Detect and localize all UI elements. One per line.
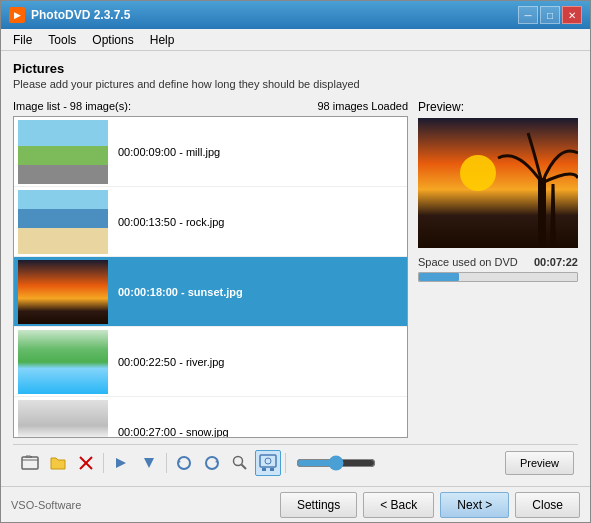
add-files-button[interactable] <box>17 450 43 476</box>
image-list-header: Image list - 98 image(s): 98 images Load… <box>13 100 408 112</box>
preview-label: Preview: <box>418 100 578 114</box>
section-description: Please add your pictures and define how … <box>13 78 578 90</box>
svg-line-10 <box>242 464 247 469</box>
svg-rect-12 <box>262 468 266 471</box>
list-item-label: 00:00:18:00 - sunset.jpg <box>118 286 243 298</box>
list-item-label: 00:00:09:00 - mill.jpg <box>118 146 220 158</box>
dvd-progress-bar <box>418 272 578 282</box>
menu-help[interactable]: Help <box>142 31 183 49</box>
image-list-label: Image list - 98 image(s): <box>13 100 131 112</box>
preview-panel: Preview: Spac <box>418 100 578 438</box>
menu-tools[interactable]: Tools <box>40 31 84 49</box>
next-button[interactable]: Next > <box>440 492 509 518</box>
window-title: PhotoDVD 2.3.7.5 <box>31 8 518 22</box>
window-controls: ─ □ ✕ <box>518 6 582 24</box>
toolbar: Preview <box>13 444 578 480</box>
minimize-button[interactable]: ─ <box>518 6 538 24</box>
svg-rect-1 <box>538 178 546 248</box>
svg-rect-13 <box>270 468 274 471</box>
bottom-buttons: Settings < Back Next > Close <box>280 492 580 518</box>
list-item[interactable]: 00:00:13:50 - rock.jpg <box>14 187 407 257</box>
menu-bar: File Tools Options Help <box>1 29 590 51</box>
preview-button[interactable]: Preview <box>505 451 574 475</box>
image-list-panel: Image list - 98 image(s): 98 images Load… <box>13 100 408 438</box>
open-folder-button[interactable] <box>45 450 71 476</box>
bottom-bar: VSO-Software Settings < Back Next > Clos… <box>1 486 590 522</box>
image-list-scroll[interactable]: 00:00:09:00 - mill.jpg 00:00:13:50 - roc… <box>14 117 407 437</box>
toolbar-right: Preview <box>505 451 574 475</box>
section-title: Pictures <box>13 61 578 76</box>
thumbnail-rock <box>18 190 108 254</box>
close-button[interactable]: Close <box>515 492 580 518</box>
dvd-progress-fill <box>419 273 459 281</box>
svg-marker-5 <box>116 458 126 468</box>
list-item[interactable]: 00:00:22:50 - river.jpg <box>14 327 407 397</box>
svg-rect-2 <box>22 457 38 469</box>
zoom-button[interactable] <box>227 450 253 476</box>
thumbnail-sunset <box>18 260 108 324</box>
separator <box>166 453 167 473</box>
remove-button[interactable] <box>73 450 99 476</box>
svg-point-14 <box>265 458 271 464</box>
separator <box>285 453 286 473</box>
list-item-selected[interactable]: 00:00:18:00 - sunset.jpg <box>14 257 407 327</box>
app-icon: ▶ <box>9 7 25 23</box>
list-item-label: 00:00:22:50 - river.jpg <box>118 356 224 368</box>
menu-options[interactable]: Options <box>84 31 141 49</box>
menu-file[interactable]: File <box>5 31 40 49</box>
vso-label: VSO-Software <box>11 499 81 511</box>
list-item[interactable]: 00:00:27:00 - snow.jpg <box>14 397 407 437</box>
list-item-label: 00:00:13:50 - rock.jpg <box>118 216 224 228</box>
thumbnail-river <box>18 330 108 394</box>
rotate-right-button[interactable] <box>199 450 225 476</box>
duration-slider[interactable] <box>296 453 376 473</box>
main-window: ▶ PhotoDVD 2.3.7.5 ─ □ ✕ File Tools Opti… <box>0 0 591 523</box>
maximize-button[interactable]: □ <box>540 6 560 24</box>
settings-button[interactable]: Settings <box>280 492 357 518</box>
dvd-space-label: Space used on DVD <box>418 256 518 268</box>
duration-slider-container <box>296 453 376 473</box>
svg-rect-11 <box>260 455 276 467</box>
close-window-button[interactable]: ✕ <box>562 6 582 24</box>
separator <box>103 453 104 473</box>
thumbnail-mill <box>18 120 108 184</box>
move-right-button[interactable] <box>108 450 134 476</box>
image-list-status: 98 images Loaded <box>317 100 408 112</box>
image-list-container[interactable]: 00:00:09:00 - mill.jpg 00:00:13:50 - roc… <box>13 116 408 438</box>
thumbnail-snow <box>18 400 108 438</box>
main-area: Image list - 98 image(s): 98 images Load… <box>13 100 578 438</box>
title-bar: ▶ PhotoDVD 2.3.7.5 ─ □ ✕ <box>1 1 590 29</box>
svg-point-9 <box>234 456 243 465</box>
content-area: Pictures Please add your pictures and de… <box>1 51 590 486</box>
preview-image <box>418 118 578 248</box>
dvd-space-time: 00:07:22 <box>534 256 578 268</box>
svg-marker-6 <box>144 458 154 468</box>
image-settings-button[interactable] <box>255 450 281 476</box>
list-item-label: 00:00:27:00 - snow.jpg <box>118 426 229 438</box>
list-item[interactable]: 00:00:09:00 - mill.jpg <box>14 117 407 187</box>
dvd-space-row: Space used on DVD 00:07:22 <box>418 256 578 268</box>
back-button[interactable]: < Back <box>363 492 434 518</box>
rotate-left-button[interactable] <box>171 450 197 476</box>
svg-point-0 <box>460 155 496 191</box>
move-down-button[interactable] <box>136 450 162 476</box>
